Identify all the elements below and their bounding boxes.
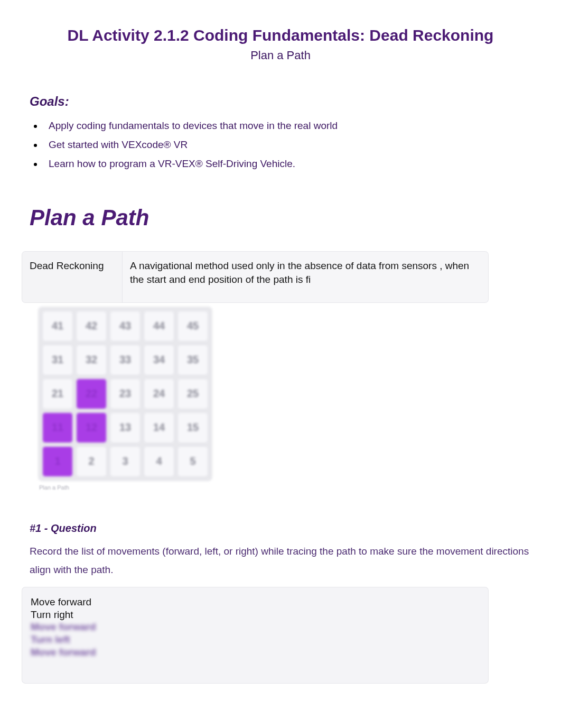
answer-line-blurred: Turn left <box>31 633 480 646</box>
answer-line: Turn right <box>31 609 480 621</box>
grid-cell: 5 <box>177 446 208 477</box>
grid-cell: 3 <box>110 446 141 477</box>
grid-caption: Plan a Path <box>39 484 531 491</box>
grid-cell: 15 <box>177 412 208 443</box>
grid-cell: 35 <box>177 345 208 375</box>
grid-cell: 42 <box>76 311 107 342</box>
grid-cell: 22 <box>76 379 107 409</box>
grid-cell: 41 <box>42 311 73 342</box>
grid-cell: 31 <box>42 345 73 375</box>
goals-list: Apply coding fundamentals to devices tha… <box>43 116 531 173</box>
grid-cell: 13 <box>110 412 141 443</box>
grid-cell: 14 <box>144 412 174 443</box>
path-grid: 4142434445313233343521222324251112131415… <box>38 307 212 481</box>
answer-line: Move forward <box>31 596 480 609</box>
grid-cell: 11 <box>42 412 73 443</box>
grid-cell: 32 <box>76 345 107 375</box>
grid-cell: 33 <box>110 345 141 375</box>
answer-line-blurred: Move forward <box>31 646 480 659</box>
grid-cell: 24 <box>144 379 174 409</box>
grid-cell: 34 <box>144 345 174 375</box>
grid-cell: 23 <box>110 379 141 409</box>
grid-cell: 21 <box>42 379 73 409</box>
list-item: Apply coding fundamentals to devices tha… <box>43 116 531 135</box>
definition-text: A navigational method used only in the a… <box>123 252 488 302</box>
grid-cell: 12 <box>76 412 107 443</box>
list-item: Get started with VEXcode® VR <box>43 135 531 154</box>
answer-box: Move forward Turn right Move forward Tur… <box>22 587 488 683</box>
definition-term: Dead Reckoning <box>22 252 123 302</box>
grid-cell: 4 <box>144 446 174 477</box>
page-subtitle: Plan a Path <box>30 49 531 62</box>
definition-table: Dead Reckoning A navigational method use… <box>22 252 488 302</box>
list-item: Learn how to program a VR-VEX® Self-Driv… <box>43 154 531 173</box>
grid-cell: 1 <box>42 446 73 477</box>
grid-cell: 45 <box>177 311 208 342</box>
grid-cell: 44 <box>144 311 174 342</box>
goals-heading: Goals: <box>30 94 531 109</box>
page-title: DL Activity 2.1.2 Coding Fundamentals: D… <box>30 26 531 44</box>
question-heading: #1 - Question <box>30 522 531 535</box>
grid-cell: 43 <box>110 311 141 342</box>
grid-cell: 25 <box>177 379 208 409</box>
section-heading: Plan a Path <box>30 205 531 231</box>
question-body: Record the list of movements (forward, l… <box>30 542 531 579</box>
grid-cell: 2 <box>76 446 107 477</box>
answer-line-blurred: Move forward <box>31 621 480 633</box>
